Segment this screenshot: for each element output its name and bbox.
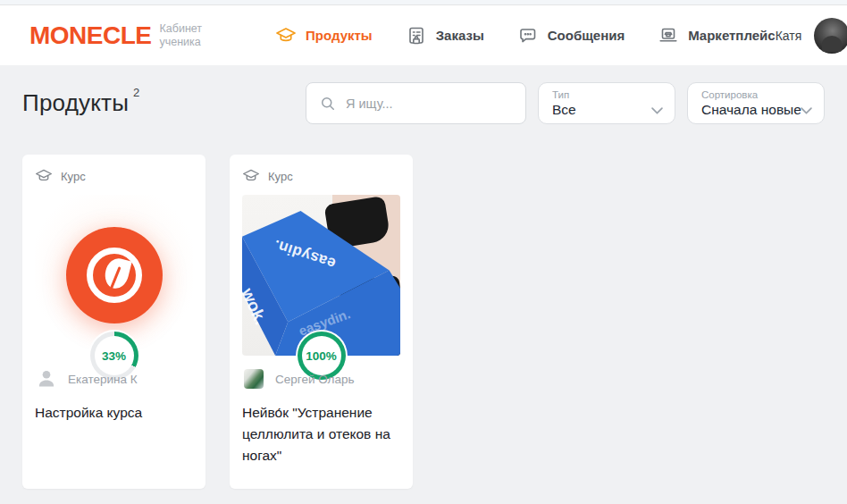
products-grid: Курс 33% Екатерина К Настройка курса — [22, 155, 825, 489]
logo-text: MONECLE — [29, 21, 152, 50]
graduation-cap-icon — [275, 25, 297, 46]
author-avatar-icon — [35, 367, 58, 391]
author-row: Сергей Оларь — [230, 367, 413, 391]
sort-label: Сортировка — [701, 89, 812, 100]
logo-subtitle-line1: Кабинет — [160, 22, 203, 35]
header: MONECLE Кабинет ученика Продукты Заказы — [0, 5, 847, 65]
type-filter-dropdown[interactable]: Тип Все — [538, 82, 675, 124]
search-input[interactable] — [346, 97, 513, 111]
product-type-label: Курс — [268, 170, 293, 183]
search-box[interactable] — [306, 82, 526, 124]
chevron-down-icon — [651, 102, 663, 109]
author-name: Екатерина К — [68, 373, 138, 386]
marketplace-laptop-icon — [658, 25, 679, 46]
filter-controls: Тип Все Сортировка Сначала новые — [306, 82, 825, 124]
product-title: Нейво́к "Устранение целлюлита и отеков н… — [230, 391, 413, 466]
nav-item-products[interactable]: Продукты — [275, 25, 373, 46]
progress-value: 100% — [306, 349, 337, 363]
author-avatar-photo — [242, 367, 265, 391]
nav-item-label: Заказы — [436, 28, 484, 43]
chevron-down-icon — [801, 102, 812, 109]
nav-item-label: Продукты — [306, 28, 373, 43]
product-card[interactable]: Курс 33% Екатерина К Настройка курса — [22, 155, 205, 489]
nav-item-orders[interactable]: Заказы — [406, 25, 484, 46]
chat-bubble-icon — [517, 25, 539, 46]
main-content: Продукты2 Тип Все Сортировка Сна — [0, 82, 847, 489]
logo-subtitle: Кабинет ученика — [160, 22, 203, 49]
sort-value: Сначала новые — [701, 102, 812, 118]
type-filter-label: Тип — [552, 89, 663, 100]
logo[interactable]: MONECLE Кабинет ученика — [29, 21, 202, 50]
sort-dropdown[interactable]: Сортировка Сначала новые — [687, 82, 825, 124]
course-logo — [66, 227, 163, 323]
nav-item-marketplace[interactable]: Маркетплейс — [658, 25, 775, 46]
nav-item-messages[interactable]: Сообщения — [517, 25, 625, 46]
product-type: Курс — [22, 155, 205, 185]
progress-value: 33% — [102, 349, 126, 363]
search-icon — [319, 95, 337, 113]
orders-lock-icon — [406, 25, 427, 46]
main-nav: Продукты Заказы Сообщения — [275, 25, 776, 46]
toolbar: Продукты2 Тип Все Сортировка Сна — [22, 82, 825, 124]
page-title-text: Продукты — [22, 89, 129, 116]
course-cap-icon — [35, 167, 53, 185]
nav-item-label: Маркетплейс — [688, 28, 775, 43]
type-filter-value: Все — [552, 102, 663, 118]
product-type: Курс — [230, 155, 413, 185]
product-card[interactable]: Курс easydin. wok. easydin. 100% Сергей … — [230, 155, 413, 489]
course-cap-icon — [242, 167, 260, 185]
logo-subtitle-line2: ученика — [160, 36, 201, 48]
author-name: Сергей Оларь — [275, 373, 354, 386]
product-title: Настройка курса — [22, 391, 205, 424]
product-type-label: Курс — [61, 170, 86, 183]
user-menu[interactable]: Катя — [776, 18, 847, 54]
nav-item-label: Сообщения — [548, 28, 625, 43]
author-row: Екатерина К — [22, 367, 205, 391]
page-title: Продукты2 — [22, 89, 140, 117]
user-name: Катя — [776, 29, 802, 43]
avatar[interactable] — [814, 18, 847, 54]
products-count-badge: 2 — [133, 86, 139, 99]
